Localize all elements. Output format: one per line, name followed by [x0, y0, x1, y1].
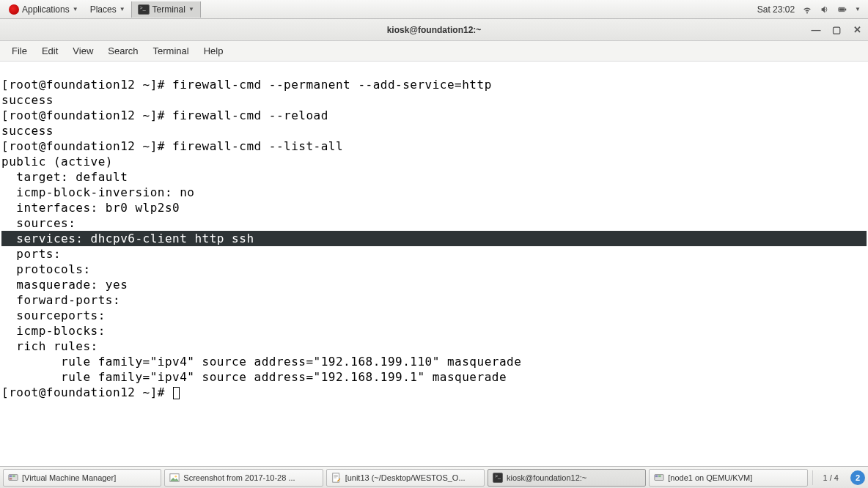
svg-rect-4 — [10, 475, 12, 477]
menu-file[interactable]: File — [4, 42, 34, 59]
task-gedit[interactable]: [unit13 (~/Desktop/WESTOS_O... — [326, 469, 485, 487]
svg-rect-5 — [12, 475, 15, 477]
places-menu[interactable]: Places ▼ — [84, 1, 131, 18]
minimize-button[interactable]: — — [811, 25, 821, 35]
svg-rect-1 — [845, 8, 846, 10]
terminal-line: success — [1, 124, 54, 138]
terminal-line: [root@foundation12 ~]# firewall-cmd --pe… — [1, 78, 492, 92]
svg-rect-2 — [839, 8, 845, 11]
menu-help[interactable]: Help — [196, 42, 231, 59]
terminal-line: masquerade: yes — [1, 278, 128, 292]
terminal-line: rule family="ipv4" source address="192.1… — [1, 370, 507, 384]
task-label: [unit13 (~/Desktop/WESTOS_O... — [345, 473, 466, 482]
menu-view[interactable]: View — [65, 42, 100, 59]
vmm-icon — [654, 473, 664, 483]
wifi-icon[interactable] — [802, 4, 812, 15]
terminal-line: [root@foundation12 ~]# firewall-cmd --li… — [1, 139, 343, 153]
volume-icon[interactable] — [820, 4, 830, 15]
task-label: [Virtual Machine Manager] — [22, 473, 116, 482]
app-menu-terminal[interactable]: Terminal ▼ — [131, 1, 201, 18]
window-title: kiosk@foundation12:~ — [387, 25, 482, 35]
svg-rect-12 — [658, 475, 661, 477]
terminal-line: [root@foundation12 ~]# firewall-cmd --re… — [1, 108, 328, 122]
terminal-line: ports: — [1, 247, 68, 261]
clock[interactable]: Sat 23:02 — [757, 4, 795, 15]
terminal-icon — [138, 4, 150, 15]
terminal-line: rich rules: — [1, 339, 106, 353]
terminal-line: forward-ports: — [1, 293, 128, 307]
vmm-icon — [8, 473, 18, 483]
distro-icon — [9, 4, 19, 15]
terminal-line: sourceports: — [1, 308, 113, 322]
cursor — [173, 387, 180, 399]
places-label: Places — [90, 4, 117, 15]
image-icon — [169, 473, 180, 483]
terminal-line: rule family="ipv4" source address="192.1… — [1, 355, 521, 369]
chevron-down-icon: ▼ — [119, 6, 125, 12]
menu-bar: File Edit View Search Terminal Help — [0, 41, 868, 62]
terminal-output[interactable]: [root@foundation12 ~]# firewall-cmd --pe… — [0, 62, 868, 465]
terminal-prompt: [root@foundation12 ~]# — [1, 385, 172, 399]
taskbar: [Virtual Machine Manager] Screenshot fro… — [0, 466, 868, 488]
terminal-line: icmp-blocks: — [1, 324, 113, 338]
terminal-line: interfaces: br0 wlp2s0 — [1, 201, 180, 215]
battery-icon[interactable] — [837, 4, 847, 15]
svg-point-8 — [175, 475, 177, 477]
task-label: Screenshot from 2017-10-28 ... — [183, 473, 295, 482]
terminal-label: Terminal — [152, 4, 185, 15]
terminal-line: icmp-block-inversion: no — [1, 185, 194, 199]
task-terminal[interactable]: kiosk@foundation12:~ — [488, 469, 646, 487]
chevron-down-icon: ▼ — [188, 6, 194, 12]
task-vm-node1[interactable]: [node1 on QEMU/KVM] — [649, 469, 807, 487]
maximize-button[interactable]: ▢ — [831, 25, 842, 35]
svg-rect-11 — [655, 475, 658, 477]
chevron-down-icon[interactable]: ▼ — [855, 6, 861, 12]
text-editor-icon — [331, 473, 342, 483]
terminal-line: success — [1, 93, 54, 107]
notification-badge[interactable]: 2 — [850, 470, 865, 485]
terminal-line: target: default — [1, 170, 128, 184]
terminal-line: protocols: — [1, 262, 98, 276]
chevron-down-icon: ▼ — [73, 6, 78, 12]
close-button[interactable]: ✕ — [852, 25, 862, 35]
terminal-line-highlight: services: dhcpv6-client http ssh — [1, 231, 867, 246]
window-titlebar[interactable]: kiosk@foundation12:~ — ▢ ✕ — [0, 19, 868, 41]
menu-terminal[interactable]: Terminal — [146, 42, 196, 59]
task-label: [node1 on QEMU/KVM] — [668, 473, 752, 482]
workspace-switcher[interactable]: 1 / 4 — [817, 473, 845, 482]
terminal-line: public (active) — [1, 155, 113, 169]
top-panel: Applications ▼ Places ▼ Terminal ▼ Sat 2… — [0, 0, 868, 19]
menu-search[interactable]: Search — [100, 42, 145, 59]
menu-edit[interactable]: Edit — [34, 42, 65, 59]
terminal-line: sources: — [1, 216, 83, 230]
task-screenshot[interactable]: Screenshot from 2017-10-28 ... — [164, 469, 323, 487]
terminal-icon — [493, 473, 503, 483]
applications-label: Applications — [22, 4, 70, 15]
applications-menu[interactable]: Applications ▼ — [3, 1, 84, 18]
separator — [812, 470, 813, 485]
task-virtual-machine-manager[interactable]: [Virtual Machine Manager] — [3, 469, 161, 487]
task-label: kiosk@foundation12:~ — [507, 473, 586, 482]
svg-rect-6 — [10, 478, 12, 480]
